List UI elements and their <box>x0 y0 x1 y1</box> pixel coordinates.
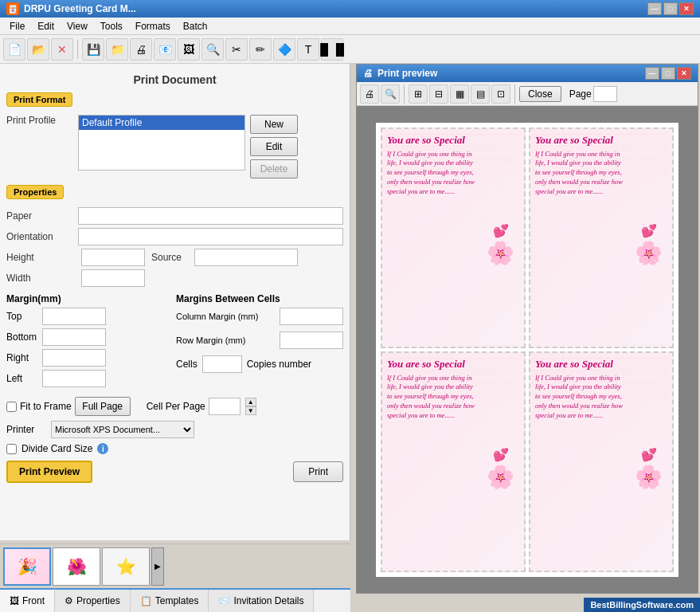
right-margin-label: Right <box>6 352 42 363</box>
preview-grid1-btn[interactable]: ⊞ <box>409 84 428 104</box>
preview-close[interactable]: ✕ <box>677 67 691 80</box>
preview-restore[interactable]: □ <box>661 67 675 80</box>
open2-button[interactable]: 📁 <box>106 38 128 61</box>
profile-item-default[interactable]: Default Profile <box>79 116 244 130</box>
right-margin-input[interactable]: 0 <box>42 349 106 367</box>
menu-batch[interactable]: Batch <box>177 18 214 34</box>
orientation-input[interactable]: Portrait <box>78 228 343 245</box>
delete-profile-button[interactable]: Delete <box>250 159 298 178</box>
title-bar: 🃏 DRPU Greeting Card M... — □ ✕ <box>0 0 700 18</box>
margins-section-label: Margin(mm) <box>6 293 163 304</box>
front-tab-icon: 🖼 <box>10 595 19 606</box>
print-button[interactable]: Print <box>293 461 343 482</box>
margins-between-label: Margins Between Cells <box>176 293 343 304</box>
height-input[interactable]: 322.33 <box>81 249 145 266</box>
page-label: Page <box>569 88 592 100</box>
preview-icon: 🖨 <box>363 68 373 79</box>
app-icon: 🃏 <box>6 2 19 15</box>
print-preview-button[interactable]: Print Preview <box>6 461 92 483</box>
bottom-margin-input[interactable]: 0 <box>42 328 106 346</box>
preview-close-btn[interactable]: Close <box>519 86 561 102</box>
preview-title: Print preview <box>377 68 645 79</box>
profile-list[interactable]: Default Profile <box>78 115 245 171</box>
thumb-1[interactable]: 🎉 <box>3 547 51 586</box>
paper-label: Paper <box>6 210 78 222</box>
left-margin-input[interactable]: 0 <box>42 370 106 387</box>
preview-print-btn[interactable]: 🖨 <box>360 84 379 104</box>
card-cell-3: ♡♡♡♡♡♡♡♡♡♡♡♡♡♡♡♡♡♡♡♡♡♡♡♡♡♡♡♡♡♡♡♡♡♡♡♡♡♡♡♡… <box>381 351 526 572</box>
preview-page: ♡♡♡♡♡♡♡♡♡♡♡♡♡♡♡♡♡♡♡♡♡♡♡♡♡♡♡♡♡♡♡♡♡♡♡♡♡♡♡♡… <box>376 123 678 577</box>
card-cell-1: ♡♡♡♡♡♡♡♡♡♡♡♡♡♡♡♡♡♡♡♡♡♡♡♡♡♡♡♡♡♡♡♡♡♡♡♡♡♡♡♡… <box>381 128 526 348</box>
front-tab-label: Front <box>22 595 45 606</box>
tab-properties[interactable]: ⚙ Properties <box>55 590 131 612</box>
cell-per-page-up[interactable]: ▲ <box>245 398 256 406</box>
source-input[interactable]: Automatically Sele... <box>194 249 298 266</box>
preview-sep2 <box>514 84 515 104</box>
draw-button[interactable]: ✏ <box>249 38 272 61</box>
page-input[interactable]: 1 <box>593 86 617 102</box>
flower-icon-3: 🌸 <box>487 464 514 490</box>
new-button[interactable]: 📄 <box>3 38 25 61</box>
image-button[interactable]: 🖼 <box>178 38 200 61</box>
column-margin-input[interactable]: 3.0 <box>280 308 343 325</box>
menu-tools[interactable]: Tools <box>94 18 129 34</box>
save-button[interactable]: ✕ <box>51 38 73 61</box>
edit-profile-button[interactable]: Edit <box>250 137 298 156</box>
card-flowers-3: 💕 🌸 <box>479 369 522 569</box>
flower-icon-1: 🌸 <box>487 240 514 266</box>
menu-formats[interactable]: Formats <box>129 18 177 34</box>
printer-label: Printer <box>6 424 46 435</box>
menu-edit[interactable]: Edit <box>31 18 61 34</box>
divide-card-checkbox[interactable] <box>6 444 17 454</box>
restore-button[interactable]: □ <box>663 2 678 15</box>
shape-button[interactable]: 🔷 <box>273 38 295 61</box>
column-margin-label: Column Margin (mm) <box>176 312 280 321</box>
printer-select[interactable]: Microsoft XPS Document... <box>51 421 194 438</box>
heart-icon-4: 💕 <box>641 447 657 462</box>
minimize-button[interactable]: — <box>647 2 662 15</box>
fit-to-frame-checkbox[interactable] <box>6 402 17 412</box>
tab-templates[interactable]: 📋 Templates <box>131 590 209 612</box>
preview-grid3-btn[interactable]: ▦ <box>450 84 469 104</box>
print-document-panel: Print Document Print Format Print Profil… <box>0 64 350 540</box>
preview-minimize[interactable]: — <box>645 67 659 80</box>
print-profile-label: Print Profile <box>6 115 78 126</box>
save2-button[interactable]: 💾 <box>82 38 104 61</box>
tab-invitation[interactable]: 📨 Invitation Details <box>209 590 314 612</box>
toolbar-separator <box>77 40 78 59</box>
menu-bar: File Edit View Tools Formats Batch <box>0 18 700 35</box>
templates-tab-icon: 📋 <box>140 595 152 606</box>
paper-input[interactable]: A4 Extra <box>78 207 343 225</box>
close-button[interactable]: ✕ <box>679 2 694 15</box>
email-button[interactable]: 📧 <box>154 38 176 61</box>
tab-front[interactable]: 🖼 Front <box>0 588 55 612</box>
row-margin-input[interactable]: 3.0 <box>280 332 343 349</box>
preview-grid4-btn[interactable]: ▤ <box>471 84 490 104</box>
cells-input[interactable]: 4 <box>202 355 242 373</box>
thumb-2[interactable]: 🌺 <box>53 547 100 586</box>
heart-icon-1: 💕 <box>493 223 509 238</box>
new-profile-button[interactable]: New <box>250 115 298 134</box>
zoom-button[interactable]: 🔍 <box>201 38 224 61</box>
bottom-margin-label: Bottom <box>6 332 42 343</box>
width-input[interactable]: 235.46 <box>81 269 145 287</box>
menu-file[interactable]: File <box>3 18 31 34</box>
thumb-nav-right[interactable]: ▶ <box>151 547 164 586</box>
print-button[interactable]: 🖨 <box>130 38 152 61</box>
top-margin-input[interactable]: 0 <box>42 308 106 325</box>
cell-per-page-input[interactable]: 4 <box>209 398 241 415</box>
full-page-button[interactable]: Full Page <box>75 397 131 416</box>
preview-grid5-btn[interactable]: ⊡ <box>491 84 510 104</box>
flower-icon-4: 🌸 <box>635 464 663 490</box>
print-preview-window: 🖨 Print preview — □ ✕ 🖨 🔍 ⊞ ⊟ ▦ ▤ ⊡ C <box>356 64 698 594</box>
preview-grid2-btn[interactable]: ⊟ <box>429 84 448 104</box>
thumb-3[interactable]: ⭐ <box>102 547 150 586</box>
cell-per-page-down[interactable]: ▼ <box>245 406 256 415</box>
top-margin-label: Top <box>6 311 42 322</box>
crop-button[interactable]: ✂ <box>225 38 248 61</box>
barcode-button[interactable]: ▐▌▐▌ <box>321 38 343 61</box>
preview-search-btn[interactable]: 🔍 <box>381 84 400 104</box>
open-button[interactable]: 📂 <box>27 38 49 61</box>
cell-per-page-label: Cell Per Page <box>147 401 205 412</box>
menu-view[interactable]: View <box>61 18 94 34</box>
